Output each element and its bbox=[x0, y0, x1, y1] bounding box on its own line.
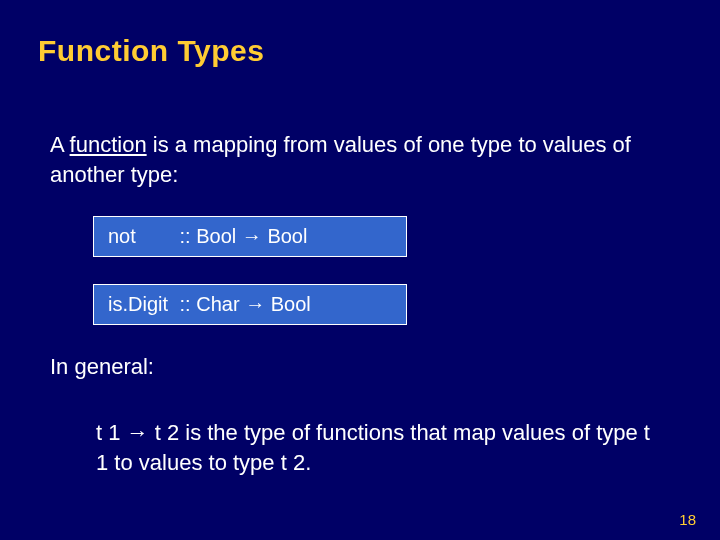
page-number: 18 bbox=[679, 511, 696, 528]
text-pre: A bbox=[50, 132, 70, 157]
function-word-underline: function bbox=[70, 132, 147, 157]
code-identifier: is.Digit bbox=[108, 293, 174, 316]
code-box-isdigit: is.Digit :: Char → Bool bbox=[93, 284, 407, 325]
code-signature: :: Char → Bool bbox=[180, 293, 311, 315]
paragraph-definition: A function is a mapping from values of o… bbox=[50, 130, 650, 189]
code-identifier: not bbox=[108, 225, 174, 248]
paragraph-general-type: t 1 → t 2 is the type of functions that … bbox=[96, 418, 656, 477]
code-box-not: not :: Bool → Bool bbox=[93, 216, 407, 257]
slide-title: Function Types bbox=[38, 34, 264, 68]
paragraph-in-general: In general: bbox=[50, 352, 650, 382]
code-signature: :: Bool → Bool bbox=[180, 225, 308, 247]
